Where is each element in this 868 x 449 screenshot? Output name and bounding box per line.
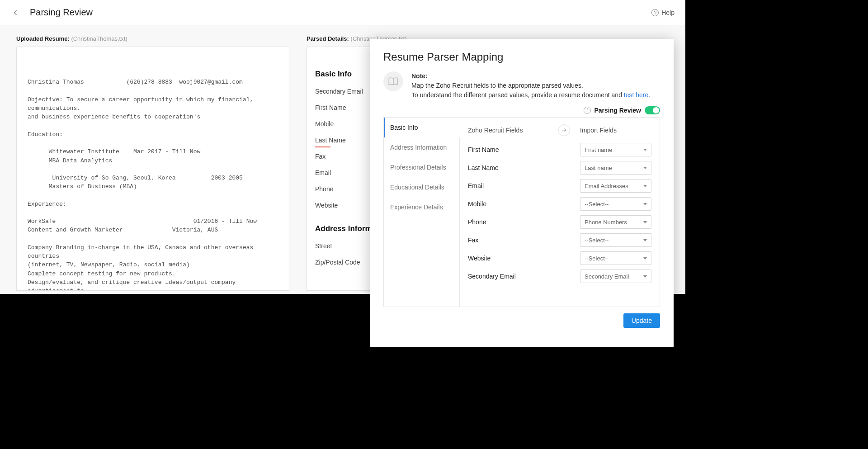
field-rows: First NameFirst nameLast NameLast nameEm… — [468, 143, 651, 283]
mapping-tab[interactable]: Basic Info — [384, 118, 460, 137]
uploaded-label: Uploaded Resume: — [16, 35, 70, 42]
header-left-label: Zoho Recruit Fields — [468, 127, 558, 134]
chevron-down-icon — [643, 203, 647, 205]
field-label: Fax — [468, 236, 580, 244]
field-row: Secondary EmailSecondary Email — [468, 269, 651, 283]
note-row: Note: Map the Zoho Recruit fields to the… — [383, 71, 660, 100]
header-right-label: Import Fields — [580, 127, 651, 134]
field-select[interactable]: --Select-- — [580, 233, 651, 247]
field-row: Mobile--Select-- — [468, 197, 651, 211]
field-select-value: --Select-- — [585, 255, 609, 262]
field-row: Website--Select-- — [468, 251, 651, 265]
header-left: Parsing Review — [11, 7, 93, 18]
help-icon: ? — [651, 9, 659, 16]
chevron-down-icon — [643, 275, 647, 278]
field-label: Email — [468, 182, 580, 189]
note-line1: Map the Zoho Recruit fields to the appro… — [411, 82, 583, 89]
chevron-down-icon — [643, 221, 647, 223]
field-label: Secondary Email — [468, 273, 580, 280]
parser-mapping-dialog: Resume Parser Mapping Note: Map the Zoho… — [370, 39, 674, 347]
field-row: Fax--Select-- — [468, 233, 651, 247]
mapping-tab[interactable]: Experience Details — [384, 197, 459, 217]
test-here-link[interactable]: test here — [624, 91, 648, 99]
field-select-value: Last name — [585, 165, 612, 171]
field-row: Last NameLast name — [468, 161, 651, 175]
field-row: EmailEmail Addresses — [468, 179, 651, 193]
field-label: Phone — [468, 218, 580, 226]
field-select-value: --Select-- — [585, 201, 609, 208]
field-select[interactable]: --Select-- — [580, 251, 651, 265]
field-row: First NameFirst name — [468, 143, 651, 156]
field-label: Last Name — [468, 164, 580, 171]
uploaded-column: Uploaded Resume: (ChristinaThomas.txt) C… — [16, 35, 289, 294]
chevron-down-icon — [643, 167, 647, 169]
fields-header: Zoho Recruit Fields Import Fields — [468, 123, 651, 137]
field-select[interactable]: --Select-- — [580, 197, 651, 211]
field-select[interactable]: Last name — [580, 161, 651, 175]
parsing-review-label: Parsing Review — [594, 107, 642, 114]
info-icon[interactable]: i — [584, 107, 591, 114]
field-select-value: First name — [585, 147, 612, 153]
parsed-label: Parsed Details: — [307, 35, 349, 42]
update-button[interactable]: Update — [623, 313, 660, 328]
mapping-tabs: Basic InfoAddress InformationProfessiona… — [384, 117, 460, 307]
mapping-body: Basic InfoAddress InformationProfessiona… — [383, 117, 660, 307]
resume-raw-box[interactable]: Christina Thomas (626)278-8883 wooj9027@… — [16, 47, 289, 291]
parsing-review-toggle-row: i Parsing Review — [383, 106, 660, 114]
help-button[interactable]: ? Help — [651, 9, 675, 16]
back-arrow-icon[interactable] — [11, 8, 20, 17]
update-row: Update — [383, 307, 660, 328]
note-line2-post: . — [648, 91, 650, 99]
chevron-down-icon — [643, 149, 647, 151]
book-icon — [383, 71, 403, 91]
field-select-value: Email Addresses — [585, 183, 628, 189]
resume-raw-text: Christina Thomas (626)278-8883 wooj9027@… — [28, 78, 278, 291]
arrow-right-icon — [558, 124, 570, 136]
field-row: PhonePhone Numbers — [468, 215, 651, 229]
mapping-tab[interactable]: Professional Details — [384, 157, 459, 177]
uploaded-filename: (ChristinaThomas.txt) — [71, 35, 127, 42]
mapping-fields: Zoho Recruit Fields Import Fields First … — [460, 117, 660, 307]
parsing-review-toggle[interactable] — [645, 106, 660, 114]
field-select-value: --Select-- — [585, 237, 609, 244]
mapping-tab[interactable]: Address Information — [384, 137, 459, 157]
dialog-title: Resume Parser Mapping — [383, 51, 660, 63]
mapping-tab[interactable]: Educational Details — [384, 177, 459, 197]
field-select[interactable]: Email Addresses — [580, 179, 651, 193]
note-label: Note: — [411, 72, 428, 80]
field-select[interactable]: First name — [580, 143, 651, 156]
field-select-value: Phone Numbers — [585, 219, 627, 226]
note-line2-pre: To understand the different parsed value… — [411, 91, 624, 99]
chevron-down-icon — [643, 239, 647, 241]
chevron-down-icon — [643, 185, 647, 187]
uploaded-heading: Uploaded Resume: (ChristinaThomas.txt) — [16, 35, 289, 42]
header-bar: Parsing Review ? Help — [0, 0, 685, 25]
help-label: Help — [661, 9, 675, 16]
page-title: Parsing Review — [30, 7, 93, 18]
note-text: Note: Map the Zoho Recruit fields to the… — [411, 71, 650, 100]
chevron-down-icon — [643, 257, 647, 260]
field-label: Mobile — [468, 200, 580, 208]
field-label: First Name — [468, 146, 580, 153]
field-select-value: Secondary Email — [585, 273, 629, 280]
field-select[interactable]: Phone Numbers — [580, 215, 651, 229]
field-label: Website — [468, 255, 580, 262]
field-select[interactable]: Secondary Email — [580, 269, 651, 283]
